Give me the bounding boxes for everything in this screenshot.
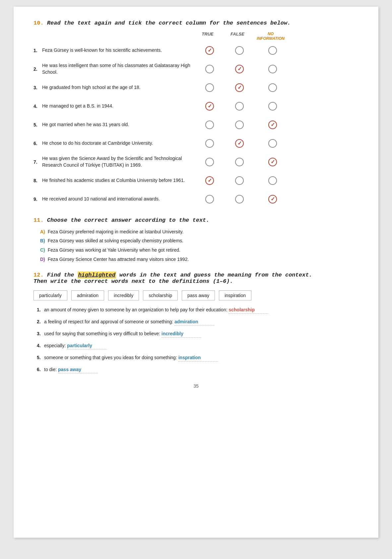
word-scholarship: scholarship	[143, 290, 178, 300]
radio-false[interactable]	[225, 120, 254, 129]
table-row: 3. He graduated from high school at the …	[33, 80, 359, 95]
def-text-3: used for saying that something is very d…	[44, 330, 359, 338]
radio-circle	[235, 46, 244, 55]
radio-false[interactable]	[225, 46, 254, 55]
radio-noinfo[interactable]	[254, 120, 291, 129]
def-num-2: 2.	[37, 318, 44, 325]
radio-true[interactable]	[195, 102, 225, 111]
section-10: 10. Read the text again and tick the cor…	[33, 20, 359, 206]
radio-true[interactable]	[195, 120, 225, 129]
col-header-false: FALSE	[223, 32, 252, 41]
option-c-letter: C)	[40, 247, 45, 253]
radio-cells	[195, 120, 291, 129]
section-12-num: 12.	[33, 272, 44, 278]
option-c[interactable]: C) Feza Gürsey was working at Yale Unive…	[40, 247, 359, 254]
radio-circle-checked	[235, 83, 244, 92]
radio-true[interactable]	[195, 83, 225, 92]
table-row: 9. He received around 10 national and in…	[33, 192, 359, 206]
def-num-3: 3.	[37, 330, 44, 337]
radio-false[interactable]	[225, 176, 254, 185]
radio-true[interactable]	[195, 176, 225, 185]
radio-circle-checked	[205, 46, 214, 55]
def-text-5: someone or something that gives you idea…	[44, 354, 359, 361]
table-row: 1. Feza Gürsey is well-known for his sci…	[33, 43, 359, 58]
table-row: 8. He finished his academic studies at C…	[33, 173, 359, 188]
radio-noinfo[interactable]	[254, 102, 291, 111]
radio-false[interactable]	[225, 102, 254, 111]
radio-cells	[195, 83, 291, 92]
table-row: 5. He got married when he was 31 years o…	[33, 118, 359, 132]
def-text-6: to die: pass away	[44, 366, 359, 373]
radio-false[interactable]	[225, 139, 254, 148]
radio-noinfo[interactable]	[254, 176, 291, 185]
word-incredibly: incredibly	[108, 290, 139, 300]
radio-circle	[268, 102, 277, 111]
radio-true[interactable]	[195, 46, 225, 55]
option-b-text: Feza Gürsey was skilled at solving espec…	[48, 238, 183, 243]
radio-true[interactable]	[195, 195, 225, 203]
option-c-text: Feza Gürsey was working at Yale Universi…	[48, 247, 180, 253]
row-text: He received around 10 national and inter…	[42, 196, 195, 202]
radio-noinfo[interactable]	[254, 139, 291, 148]
radio-circle-checked	[235, 65, 244, 73]
radio-circle	[205, 65, 214, 73]
radio-cells	[195, 158, 291, 166]
def-num-5: 5.	[37, 354, 44, 361]
radio-noinfo[interactable]	[254, 46, 291, 55]
option-a-text: Feza Gürsey preferred majoring in medici…	[48, 229, 184, 234]
definitions-list: 1. an amount of money given to someone b…	[37, 306, 359, 373]
row-num: 9.	[33, 197, 42, 202]
radio-false[interactable]	[225, 83, 254, 92]
row-num: 5.	[33, 122, 42, 127]
option-b[interactable]: B) Feza Gürsey was skilled at solving es…	[40, 238, 359, 244]
def-num-4: 4.	[37, 342, 44, 349]
row-num: 2.	[33, 66, 42, 72]
radio-circle	[268, 65, 277, 73]
radio-noinfo[interactable]	[254, 65, 291, 73]
radio-noinfo[interactable]	[254, 158, 291, 166]
section-10-title: 10. Read the text again and tick the cor…	[33, 20, 359, 26]
answer-4: particularly	[67, 342, 107, 350]
answer-6: pass away	[58, 366, 98, 373]
radio-true[interactable]	[195, 158, 225, 166]
radio-true[interactable]	[195, 139, 225, 148]
row-num: 4.	[33, 104, 42, 109]
radio-circle	[235, 102, 244, 111]
radio-cells	[195, 176, 291, 185]
radio-circle-checked	[205, 176, 214, 185]
option-d-text: Feza Gürsey Science Center has attracted…	[48, 257, 189, 262]
row-num: 7.	[33, 159, 42, 165]
def-item-4: 4. especially: particularly	[37, 342, 359, 350]
radio-circle-checked	[268, 158, 277, 166]
radio-false[interactable]	[225, 158, 254, 166]
radio-noinfo[interactable]	[254, 195, 291, 203]
option-a[interactable]: A) Feza Gürsey preferred majoring in med…	[40, 229, 359, 235]
row-text: He managed to get a B.S. in 1944.	[42, 103, 195, 110]
row-text: He was given the Science Award by the Sc…	[42, 155, 195, 168]
section-11-title: 11. Choose the correct answer according …	[33, 217, 359, 223]
radio-circle	[268, 176, 277, 185]
radio-circle	[205, 158, 214, 166]
row-text: Feza Gürsey is well-known for his scient…	[42, 47, 195, 54]
radio-cells	[195, 65, 291, 73]
radio-circle	[205, 120, 214, 129]
option-d[interactable]: D) Feza Gürsey Science Center has attrac…	[40, 256, 359, 263]
section-11: 11. Choose the correct answer according …	[33, 217, 359, 263]
radio-circle-checked	[268, 120, 277, 129]
radio-noinfo[interactable]	[254, 83, 291, 92]
def-item-3: 3. used for saying that something is ver…	[37, 330, 359, 338]
radio-circle	[205, 139, 214, 148]
word-bank: particularly admiration incredibly schol…	[33, 290, 359, 300]
section-12-instruction-before: Find the	[47, 272, 78, 278]
radio-circle	[268, 83, 277, 92]
radio-circle	[205, 83, 214, 92]
def-text-2: a feeling of respect for and approval of…	[44, 318, 359, 326]
def-item-2: 2. a feeling of respect for and approval…	[37, 318, 359, 326]
radio-false[interactable]	[225, 195, 254, 203]
radio-false[interactable]	[225, 65, 254, 73]
def-num-6: 6.	[37, 366, 44, 373]
table-row: 7. He was given the Science Award by the…	[33, 155, 359, 169]
section-12-title: 12. Find the highlighted words in the te…	[33, 272, 359, 284]
radio-true[interactable]	[195, 65, 225, 73]
radio-cells	[195, 195, 291, 203]
